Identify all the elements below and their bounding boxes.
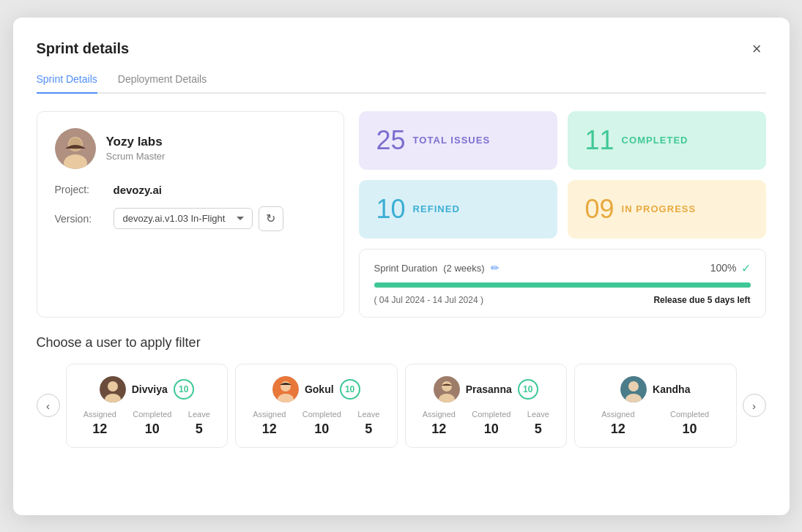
sprint-dates-row: ( 04 Jul 2024 - 14 Jul 2024 ) Release du… [374, 295, 751, 305]
sprint-release: Release due 5 days left [653, 295, 750, 305]
sprint-details-modal: Sprint details × Sprint Details Deployme… [13, 18, 790, 515]
modal-header: Sprint details × [37, 38, 766, 60]
sprint-duration-header: Sprint Duration (2 weeks) ✏ 100% ✓ [374, 261, 751, 275]
user-card-header-kandha: Kandha [585, 376, 726, 402]
svg-point-11 [442, 381, 452, 391]
stat-total-label: TOTAL ISSUES [413, 135, 491, 146]
sprint-percent-value: 100% [710, 262, 737, 274]
version-row: Version: devozy.ai.v1.03 In-Flightdevozy… [55, 206, 326, 231]
stat-total-number: 25 [376, 127, 406, 154]
next-arrow[interactable]: › [743, 394, 766, 417]
project-label: Project: [55, 184, 106, 195]
user-card-gokul[interactable]: Gokul 10 Assigned 12 Completed 10 [235, 364, 398, 448]
stat-inprogress-label: IN PROGRESS [622, 203, 697, 214]
version-dropdown[interactable]: devozy.ai.v1.03 In-Flightdevozy.ai.v1.02… [114, 208, 253, 229]
sprint-dates: ( 04 Jul 2024 - 14 Jul 2024 ) [374, 295, 483, 305]
user-leave-divviya: Leave 5 [188, 410, 210, 437]
user-stats-prasanna: Assigned 12 Completed 10 Leave 5 [416, 410, 557, 437]
sprint-check-icon: ✓ [741, 261, 751, 275]
refresh-icon: ↻ [266, 211, 275, 225]
content-row: Yozy labs Scrum Master Project: devozy.a… [37, 111, 766, 318]
user-completed-kandha: Completed 10 [670, 410, 709, 437]
user-avatar-kandha [620, 376, 647, 402]
user-assigned-kandha: Assigned 12 [601, 410, 634, 437]
user-card-prasanna[interactable]: Prasanna 10 Assigned 12 Completed 10 [405, 364, 568, 448]
assigned-label-kandha: Assigned [601, 410, 634, 419]
user-stats-divviya: Assigned 12 Completed 10 Leave 5 [77, 410, 218, 437]
user-assigned-prasanna: Assigned 12 [423, 410, 456, 437]
leave-label-prasanna: Leave [527, 410, 549, 419]
filter-section: Choose a user to apply filter ‹ [37, 335, 766, 448]
stats-bottom-row: 10 REFINED 09 IN PROGRESS [359, 180, 766, 239]
version-label: Version: [55, 213, 106, 225]
filter-title: Choose a user to apply filter [37, 335, 766, 351]
right-stats: 25 TOTAL ISSUES 11 COMPLETED 10 REFINED … [359, 111, 766, 318]
refresh-button[interactable]: ↻ [259, 206, 283, 231]
user-assigned-gokul: Assigned 12 [253, 410, 286, 437]
assigned-label-gokul: Assigned [253, 410, 286, 419]
user-role: Scrum Master [106, 151, 166, 162]
user-info: Yozy labs Scrum Master [55, 128, 326, 169]
user-assigned-divviya: Assigned 12 [83, 410, 116, 437]
release-days: 5 days left [708, 295, 751, 305]
project-row: Project: devozy.ai [55, 184, 326, 196]
edit-icon[interactable]: ✏ [491, 262, 500, 274]
assigned-value-kandha: 12 [611, 422, 625, 437]
svg-point-5 [108, 381, 118, 391]
completed-value-prasanna: 10 [484, 422, 499, 437]
version-select-wrapper: devozy.ai.v1.03 In-Flightdevozy.ai.v1.02… [114, 206, 283, 231]
user-leave-gokul: Leave 5 [357, 410, 379, 437]
tabs-container: Sprint Details Deployment Details [37, 73, 766, 94]
stat-total-issues: 25 TOTAL ISSUES [359, 111, 557, 170]
tab-deployment-details[interactable]: Deployment Details [118, 73, 207, 94]
leave-label-divviya: Leave [188, 410, 210, 419]
prev-arrow[interactable]: ‹ [37, 394, 60, 417]
completed-label-kandha: Completed [670, 410, 709, 419]
progress-bar-bg [374, 282, 751, 288]
user-card-kandha[interactable]: Kandha Assigned 12 Completed 10 [574, 364, 737, 448]
leave-label-gokul: Leave [357, 410, 379, 419]
stat-completed-number: 11 [585, 127, 615, 154]
leave-value-divviya: 5 [196, 422, 203, 437]
assigned-label-prasanna: Assigned [423, 410, 456, 419]
user-leave-prasanna: Leave 5 [527, 410, 549, 437]
sprint-weeks: (2 weeks) [443, 263, 484, 274]
stat-refined-number: 10 [376, 196, 406, 222]
modal-title: Sprint details [37, 40, 130, 57]
user-card-header-prasanna: Prasanna 10 [416, 376, 557, 402]
user-name: Yozy labs [106, 135, 166, 149]
user-name-gokul: Gokul [305, 383, 334, 395]
progress-bar-fill [374, 282, 751, 288]
user-avatar-divviya [100, 376, 126, 402]
stat-in-progress: 09 IN PROGRESS [568, 180, 766, 239]
left-info-card: Yozy labs Scrum Master Project: devozy.a… [37, 111, 344, 318]
stat-completed-label: COMPLETED [622, 135, 688, 146]
leave-value-gokul: 5 [365, 422, 372, 437]
user-name-prasanna: Prasanna [466, 383, 512, 395]
completed-value-kandha: 10 [683, 422, 697, 437]
completed-label-divviya: Completed [133, 410, 171, 419]
user-badge-gokul: 10 [340, 379, 360, 400]
stat-completed: 11 COMPLETED [568, 111, 766, 170]
leave-value-prasanna: 5 [535, 422, 542, 437]
user-name-divviya: Divviya [132, 383, 168, 395]
user-name-kandha: Kandha [653, 383, 690, 395]
users-row-wrapper: ‹ Divviya 10 [37, 364, 766, 448]
user-completed-gokul: Completed 10 [302, 410, 341, 437]
user-completed-prasanna: Completed 10 [472, 410, 510, 437]
stat-inprogress-number: 09 [585, 196, 615, 222]
users-row: Divviya 10 Assigned 12 Completed 10 [60, 364, 743, 448]
sprint-duration-card: Sprint Duration (2 weeks) ✏ 100% ✓ ( 04 … [359, 249, 766, 318]
user-badge-divviya: 10 [174, 379, 194, 400]
user-badge-prasanna: 10 [518, 379, 538, 400]
avatar [55, 128, 96, 169]
close-button[interactable]: × [748, 38, 766, 60]
project-value: devozy.ai [114, 184, 162, 196]
completed-label-gokul: Completed [302, 410, 341, 419]
completed-value-gokul: 10 [314, 422, 329, 437]
tab-sprint-details[interactable]: Sprint Details [37, 73, 97, 94]
release-label: Release due [653, 295, 705, 305]
stat-refined: 10 REFINED [359, 180, 557, 239]
sprint-percent: 100% ✓ [710, 261, 751, 275]
user-card-divviya[interactable]: Divviya 10 Assigned 12 Completed 10 [66, 364, 229, 448]
